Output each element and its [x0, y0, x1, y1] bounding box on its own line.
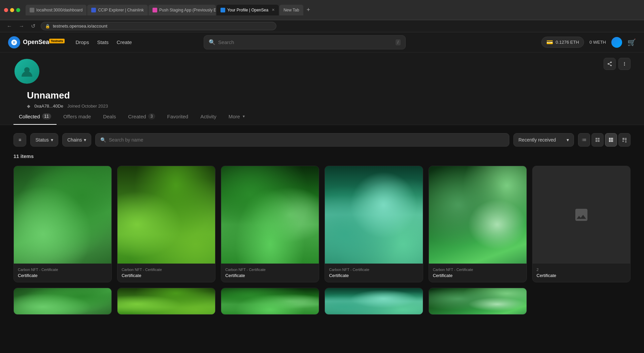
- filter-toggle-button[interactable]: ≡: [13, 133, 26, 147]
- nft-image-7: [14, 288, 111, 315]
- chevron-down-icon: ▾: [243, 114, 245, 119]
- wallet-info[interactable]: 💳 0.1276 ETH: [541, 37, 584, 48]
- nft-card-6[interactable]: 2 Certificate: [532, 166, 631, 282]
- forward-button[interactable]: →: [18, 23, 26, 30]
- global-search-bar[interactable]: 🔍 /: [204, 35, 406, 49]
- main-content: ≡ Status ▾ Chains ▾ 🔍 Recently received …: [0, 125, 644, 323]
- address-bar-row: ← → ↺ 🔒 testnets.opensea.io/account: [0, 20, 644, 32]
- browser-tab-push[interactable]: Push Staging App (Previously EPN...: [148, 5, 216, 15]
- back-button[interactable]: ←: [5, 23, 13, 30]
- status-filter-dropdown[interactable]: Status ▾: [30, 133, 58, 147]
- nft-name-1: Certificate: [18, 273, 107, 278]
- lock-icon: 🔒: [45, 24, 50, 29]
- address-bar[interactable]: 🔒 testnets.opensea.io/account: [41, 22, 276, 30]
- browser-tab-ccip[interactable]: CCIP Explorer | Chainlink: [87, 5, 148, 15]
- nft-name-3: Certificate: [225, 273, 315, 278]
- new-tab-button[interactable]: +: [304, 5, 313, 15]
- nft-card-3[interactable]: Carbon NFT - Certificate Certificate: [221, 166, 319, 282]
- sort-label: Recently received: [518, 137, 556, 143]
- tab-offers-made-label: Offers made: [63, 114, 91, 119]
- large-grid-view-button[interactable]: [618, 133, 631, 147]
- search-shortcut: /: [396, 39, 401, 45]
- view-toggle: [578, 133, 631, 147]
- wallet-address[interactable]: 0xaA78...40De: [34, 104, 63, 109]
- joined-date: Joined October 2023: [67, 104, 108, 109]
- header-right: 💳 0.1276 ETH 0 WETH 🛒: [541, 37, 636, 48]
- opensea-logo-icon: [8, 36, 20, 48]
- nft-card-4[interactable]: Carbon NFT - Certificate Certificate: [325, 166, 423, 282]
- browser-tab-new[interactable]: New Tab: [279, 5, 303, 15]
- nft-collection-4: Carbon NFT - Certificate: [329, 268, 418, 272]
- nft-card-8[interactable]: [117, 288, 215, 315]
- maximize-window-btn[interactable]: [16, 8, 20, 12]
- user-avatar[interactable]: [611, 37, 622, 48]
- nav-create[interactable]: Create: [117, 39, 132, 45]
- tab-created-label: Created: [128, 114, 146, 119]
- grid-view-button[interactable]: [605, 133, 617, 147]
- tab-favicon-push: [152, 8, 157, 12]
- tab-label-opensea: Your Profile | OpenSea: [227, 8, 268, 12]
- nft-card-10[interactable]: [325, 288, 423, 315]
- nft-image-1: [14, 166, 111, 264]
- name-search-bar[interactable]: 🔍: [95, 133, 509, 147]
- browser-tab-opensea[interactable]: Your Profile | OpenSea ✕: [216, 5, 279, 15]
- tab-deals-label: Deals: [103, 114, 116, 119]
- tab-deals[interactable]: Deals: [98, 109, 121, 125]
- profile-action-buttons: [604, 58, 631, 70]
- reload-button[interactable]: ↺: [30, 22, 37, 30]
- tab-created-badge: 3: [148, 113, 155, 119]
- tab-collected[interactable]: Collected 11: [13, 109, 57, 125]
- status-chevron-icon: ▾: [51, 137, 53, 143]
- sort-dropdown[interactable]: Recently received ▾: [513, 133, 574, 147]
- nav-drops[interactable]: Drops: [75, 39, 89, 45]
- nft-name-6: Certificate: [537, 273, 626, 278]
- close-tab-opensea[interactable]: ✕: [272, 8, 275, 12]
- nft-card-1[interactable]: Carbon NFT - Certificate Certificate: [13, 166, 112, 282]
- nft-info-2: Carbon NFT - Certificate Certificate: [117, 264, 215, 282]
- share-button[interactable]: [604, 58, 616, 70]
- logo-area[interactable]: OpenSea Testnets: [8, 36, 65, 48]
- nft-card-7[interactable]: [13, 288, 112, 315]
- nft-collection-6: 2: [537, 268, 626, 272]
- eth-amount: 0.1276 ETH: [556, 40, 579, 45]
- tab-offers-made[interactable]: Offers made: [58, 109, 96, 125]
- nav-stats[interactable]: Stats: [97, 39, 108, 45]
- tab-favicon-localhost: [30, 8, 34, 12]
- nft-card-5[interactable]: Carbon NFT - Certificate Certificate: [429, 166, 527, 282]
- nft-image-8: [117, 288, 215, 315]
- more-options-button[interactable]: [618, 58, 631, 70]
- nft-image-3: [221, 166, 319, 264]
- minimize-window-btn[interactable]: [10, 8, 14, 12]
- profile-section: Unnamed ◆ 0xaA78...40De Joined October 2…: [0, 52, 644, 109]
- nft-collection-1: Carbon NFT - Certificate: [18, 268, 107, 272]
- compact-grid-view-button[interactable]: [591, 133, 604, 147]
- nft-card-2[interactable]: Carbon NFT - Certificate Certificate: [117, 166, 215, 282]
- tab-activity[interactable]: Activity: [195, 109, 222, 125]
- nft-card-11[interactable]: [429, 288, 527, 315]
- status-filter-label: Status: [35, 137, 49, 143]
- tab-bar: localhost:3000/dashboard CCIP Explorer |…: [26, 5, 640, 15]
- cart-icon[interactable]: 🛒: [628, 38, 636, 46]
- nft-image-6: [533, 166, 630, 264]
- search-icon: 🔍: [209, 39, 215, 45]
- tab-favorited[interactable]: Favorited: [162, 109, 194, 125]
- chains-filter-dropdown[interactable]: Chains ▾: [62, 133, 92, 147]
- nft-image-10: [325, 288, 422, 315]
- eth-diamond-icon: ◆: [27, 104, 30, 109]
- nft-info-6: 2 Certificate: [533, 264, 630, 282]
- tab-created[interactable]: Created 3: [123, 109, 161, 125]
- profile-header-area: Unnamed ◆ 0xaA78...40De Joined October 2…: [13, 52, 631, 109]
- nft-image-5: [429, 166, 527, 264]
- sort-chevron-icon: ▾: [567, 137, 569, 143]
- nft-card-9[interactable]: [221, 288, 319, 315]
- wallet-icon: 💳: [546, 39, 553, 45]
- name-search-input[interactable]: [109, 137, 504, 143]
- close-window-btn[interactable]: [4, 8, 8, 12]
- testnets-badge: Testnets: [49, 39, 65, 43]
- global-search-input[interactable]: [218, 39, 393, 45]
- browser-tab-localhost[interactable]: localhost:3000/dashboard: [26, 5, 87, 15]
- nft-collection-3: Carbon NFT - Certificate: [225, 268, 315, 272]
- tab-label-new: New Tab: [283, 8, 299, 12]
- tab-more[interactable]: More ▾: [223, 109, 250, 125]
- list-view-button[interactable]: [578, 133, 590, 147]
